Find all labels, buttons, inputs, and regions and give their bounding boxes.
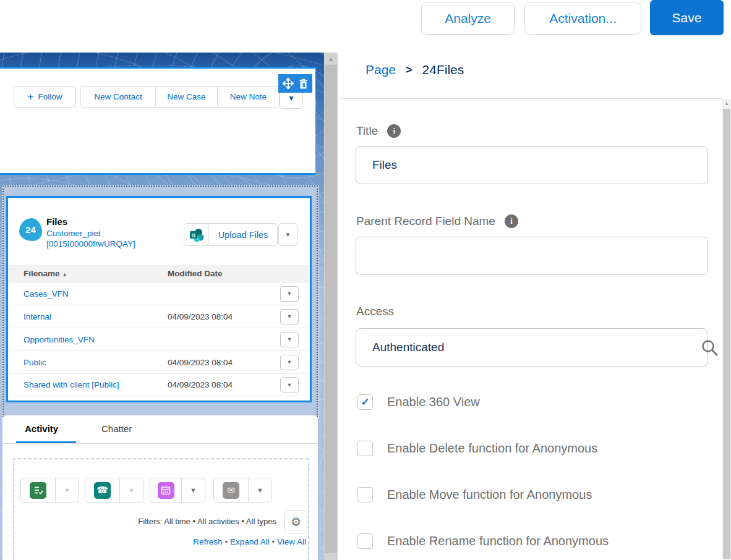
scroll-up-arrow[interactable]: ▲ [324,54,338,64]
chevron-down-icon: ▼ [257,486,263,494]
table-row: Public 04/09/2023 08:04 ▼ [8,350,310,373]
enable-delete-anonymous-checkbox[interactable] [357,441,373,456]
row-actions-dropdown[interactable]: ▼ [280,332,299,347]
modified-date: 04/09/2023 08:04 [168,312,233,321]
follow-label: Follow [38,92,62,101]
row-actions-dropdown[interactable]: ▼ [280,286,299,302]
file-link[interactable]: Opportunities_VFN [24,335,95,344]
event-dropdown-button[interactable]: ▼ [182,478,205,503]
activity-settings-button[interactable]: ⚙ [284,511,307,533]
new-note-label: New Note [230,92,267,101]
title-label-text: Title [356,124,378,138]
plus-icon: + [28,91,34,103]
access-label-text: Access [356,305,394,318]
save-button[interactable]: Save [650,0,724,35]
enable-360-view-row: ✓ Enable 360 View [357,394,480,410]
bullet-separator: • [271,537,275,546]
new-note-button[interactable]: New Note [217,86,280,108]
panel-scrollbar-thumb[interactable] [723,109,730,559]
enable-360-view-checkbox[interactable]: ✓ [357,394,373,410]
activity-chatter-component: Activity Chatter ▼ ☎ [2,415,318,560]
file-link[interactable]: Internal [24,312,51,321]
panel-scrollbar: ▲ [722,99,731,560]
checkbox-label: Enable Move function for Anonymous [387,488,592,502]
table-row: Shared with client [Public] 04/09/2023 0… [8,373,310,396]
sort-ascending-icon: ▲ [62,271,67,278]
move-icon[interactable] [283,78,294,89]
tab-chatter[interactable]: Chatter [101,423,132,434]
task-icon [30,482,46,499]
parent-record-field-input[interactable] [356,237,708,275]
files-table-header: Filename ▲ Modified Date [8,265,310,282]
enable-move-anonymous-row: Enable Move function for Anonymous [357,487,592,503]
breadcrumb-separator: > [406,64,413,77]
canvas-scrollbar-thumb[interactable] [325,65,337,553]
refresh-link[interactable]: Refresh [193,537,222,546]
access-input[interactable] [356,328,708,367]
file-link[interactable]: Shared with client [Public] [24,380,119,389]
table-row: Opportunities_VFN ▼ [8,328,310,350]
breadcrumb-page-link[interactable]: Page [366,62,396,77]
sharepoint-icon: S [184,224,209,245]
task-dropdown-button[interactable]: ▼ [56,478,79,503]
breadcrumb: Page > 24Files [366,62,464,77]
new-contact-label: New Contact [94,92,142,101]
upload-dropdown-button[interactable]: ▼ [278,223,297,246]
modified-date: 04/09/2023 08:04 [168,358,233,367]
new-case-label: New Case [167,92,205,101]
files-card-title: Files [46,216,67,227]
record-highlights-panel[interactable]: + Follow New Contact New Case New Note ▼ [0,69,315,175]
new-task-button[interactable] [20,478,56,503]
enable-rename-anonymous-checkbox[interactable] [357,533,373,549]
activity-composer: ▼ ☎ ▼ [14,459,309,560]
analyze-button-label: Analyze [445,11,491,26]
log-call-dropdown-button[interactable]: ▼ [120,478,143,503]
tab-activity[interactable]: Activity [25,423,58,434]
file-link[interactable]: Cases_VFN [24,289,69,299]
filename-column-header[interactable]: Filename ▲ [24,269,67,278]
files-component[interactable]: 24 Files Customer_piet [0015I00000frwURQ… [6,196,312,402]
chevron-down-icon: ▼ [288,94,295,103]
new-contact-button[interactable]: New Contact [80,86,156,108]
scroll-up-arrow[interactable]: ▲ [722,100,731,108]
log-call-button-group: ☎ ▼ [85,478,143,503]
expand-all-link[interactable]: Expand All [230,537,270,546]
analyze-button[interactable]: Analyze [421,2,515,35]
view-all-link[interactable]: View All [277,537,306,546]
title-input[interactable] [356,146,708,184]
breadcrumb-current: 24Files [422,62,464,77]
checkbox-label: Enable Rename function for Anonymous [387,534,609,548]
canvas-scrollbar: ▲ [324,53,338,560]
upload-files-label: Upload Files [218,230,268,240]
filename-header-label: Filename [24,269,60,278]
row-actions-dropdown[interactable]: ▼ [280,377,299,392]
search-icon[interactable] [700,338,719,357]
access-field-label: Access [356,305,394,318]
new-event-button[interactable] [150,478,182,503]
record-id-link[interactable]: [0015I00000frwURQAY] [46,239,135,248]
chevron-down-icon: ▼ [287,291,293,297]
activation-button[interactable]: Activation... [524,2,641,35]
activity-filters-summary: Filters: All time • All activities • All… [138,517,276,526]
info-icon[interactable]: i [387,124,401,138]
new-case-button[interactable]: New Case [155,86,218,108]
follow-button[interactable]: + Follow [14,86,76,108]
upload-files-button[interactable]: S Upload Files [184,223,278,246]
calendar-icon [158,482,174,499]
email-dropdown-button[interactable]: ▼ [249,478,272,503]
row-actions-dropdown[interactable]: ▼ [280,309,299,325]
enable-move-anonymous-checkbox[interactable] [357,487,373,503]
trash-icon[interactable] [299,78,308,89]
record-name-link[interactable]: Customer_piet [46,229,101,238]
gear-icon: ⚙ [291,515,301,529]
bullet-separator: • [224,537,228,546]
enable-delete-anonymous-row: Enable Delete function for Anonymous [357,441,597,456]
log-a-call-button[interactable]: ☎ [85,478,120,503]
info-icon[interactable]: i [505,214,518,228]
chevron-down-icon: ▼ [287,313,293,320]
row-actions-dropdown[interactable]: ▼ [280,355,299,370]
email-icon: ✉ [223,482,239,499]
file-link[interactable]: Public [24,358,46,367]
email-button[interactable]: ✉ [213,478,249,503]
files-app-logo: 24 [19,218,42,241]
